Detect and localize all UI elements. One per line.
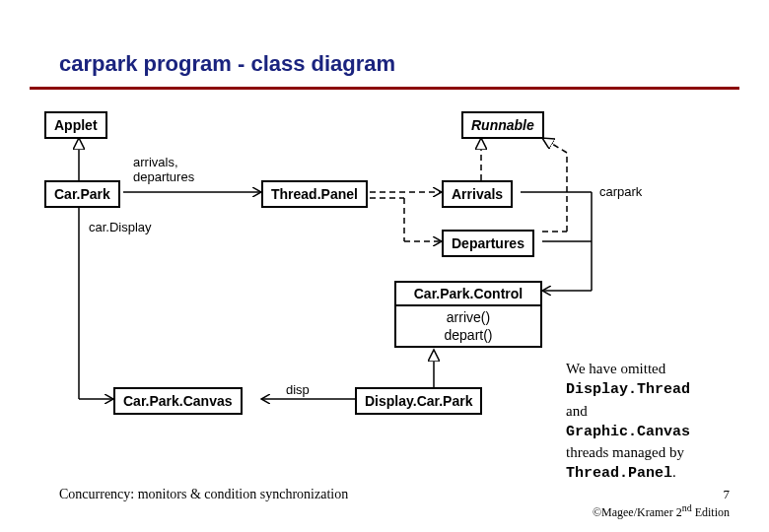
- note-text-mid: and: [566, 403, 588, 419]
- note-code-3: Thread.Panel: [566, 465, 672, 482]
- footer-edition-sup: nd: [682, 502, 692, 513]
- class-runnable: Runnable: [461, 111, 544, 139]
- label-carpark-assoc: carpark: [599, 184, 642, 199]
- class-carparkcanvas: Car.Park.Canvas: [113, 387, 243, 415]
- note-code-1: Display.Thread: [566, 381, 690, 398]
- class-departures: Departures: [442, 230, 534, 257]
- op-arrive: arrive(): [404, 308, 532, 326]
- note-text-1: We have omitted: [566, 361, 665, 376]
- class-applet: Applet: [44, 111, 107, 139]
- label-disp: disp: [286, 382, 310, 397]
- footer-copyright-pre: ©Magee/Kramer: [593, 505, 676, 519]
- op-depart: depart(): [404, 326, 532, 344]
- page-number: 7: [724, 487, 731, 502]
- class-arrivals: Arrivals: [442, 180, 513, 208]
- title-underline: [30, 87, 739, 90]
- note-dot: .: [672, 464, 676, 480]
- omission-note: We have omitted Display.Thread and Graph…: [562, 355, 744, 489]
- footer-right: ©Magee/Kramer 2nd Edition: [593, 502, 730, 520]
- class-carpark: Car.Park: [44, 180, 120, 208]
- class-threadpanel: Thread.Panel: [261, 180, 368, 208]
- class-displaycarpark: Display.Car.Park: [355, 387, 482, 415]
- class-carparkcontrol: Car.Park.Control arrive() depart(): [394, 281, 542, 348]
- label-arrivals-departures: arrivals, departures: [133, 155, 194, 184]
- svg-line-11: [542, 138, 567, 153]
- class-carparkcontrol-name: Car.Park.Control: [396, 283, 540, 306]
- class-carparkcontrol-ops: arrive() depart(): [396, 306, 540, 346]
- label-cardisplay: car.Display: [89, 220, 152, 234]
- note-code-2: Graphic.Canvas: [566, 424, 690, 440]
- footer-left: Concurrency: monitors & condition synchr…: [59, 487, 348, 502]
- note-text-2: threads managed by: [566, 444, 684, 460]
- page-title: carpark program - class diagram: [59, 51, 395, 77]
- footer-edition-post: Edition: [692, 505, 730, 519]
